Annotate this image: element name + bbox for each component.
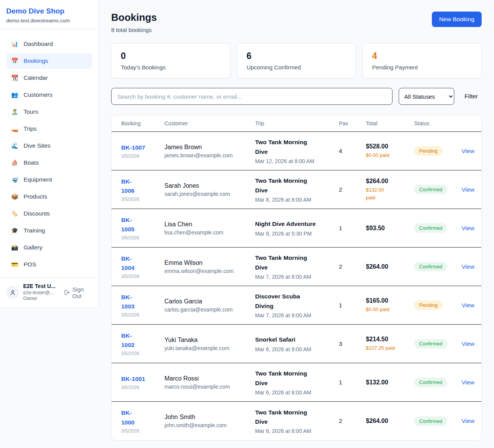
view-link[interactable]: View <box>462 148 474 154</box>
sidebar-item-pos[interactable]: 💳 POS <box>6 257 92 272</box>
sidebar-item-calendar[interactable]: 📆 Calendar <box>6 70 92 86</box>
sidebar-item-boats[interactable]: ⛵ Boats <box>6 155 92 170</box>
sidebar-item-products[interactable]: 📦 Products <box>6 189 92 204</box>
total-cell: $93.50 <box>366 225 414 232</box>
filter-row: All Statuses Filter <box>111 88 482 105</box>
sidebar-item-label: Dashboard <box>24 40 53 47</box>
trip-date: Mar 7, 2026 at 8:00 AM <box>255 274 339 280</box>
trip-cell: Snorkel Safari Mar 6, 2026 at 9:00 AM <box>255 335 339 352</box>
col-customer: Customer <box>164 120 255 126</box>
sign-out-label: Sign Out <box>72 286 92 299</box>
package-icon: 📦 <box>11 193 19 200</box>
calendar-icon: 📅 <box>11 57 19 64</box>
col-total: Total <box>366 120 414 126</box>
pax-value: 1 <box>339 379 366 386</box>
new-booking-button[interactable]: New Booking <box>432 12 482 27</box>
sidebar-item-dashboard[interactable]: 📊 Dashboard <box>6 36 92 52</box>
booking-cell: BK- 1002 3/5/2026 <box>121 331 164 356</box>
person-icon <box>9 289 16 296</box>
sidebar-item-dive-sites[interactable]: 🌊 Dive Sites <box>6 138 92 153</box>
shop-name: Demo Dive Shop <box>6 7 92 15</box>
booking-date: 3/5/2026 <box>121 428 164 434</box>
sidebar-item-label: Calendar <box>24 74 48 81</box>
status-badge: Confirmed <box>414 377 447 387</box>
customer-email: marco.rossi@example.com <box>164 384 255 390</box>
sidebar-item-trips[interactable]: 🚤 Trips <box>6 121 92 136</box>
status-badge: Pending <box>414 146 443 156</box>
total-cell: $264.00 $132.00 paid <box>366 178 414 201</box>
booking-id-link[interactable]: BK- 1006 <box>121 177 164 195</box>
status-select[interactable]: All Statuses <box>399 88 454 105</box>
booking-cell: BK- 1004 3/5/2026 <box>121 254 164 279</box>
sidebar-item-tours[interactable]: 🏝️ Tours <box>6 104 92 120</box>
table-header-row: Booking Customer Trip Pax Total Status <box>112 115 481 132</box>
status-badge: Confirmed <box>414 416 447 426</box>
page-header: Bookings 8 total bookings New Booking <box>111 12 482 33</box>
view-link[interactable]: View <box>462 302 474 308</box>
view-link[interactable]: View <box>462 340 474 347</box>
sidebar-item-discounts[interactable]: 🏷️ Discounts <box>6 206 92 221</box>
trip-cell: Two Tank Morning Dive Mar 8, 2026 at 8:0… <box>255 176 339 202</box>
trip-name: Discover Scuba Diving <box>255 292 339 310</box>
sidebar-item-label: Boats <box>24 159 39 166</box>
view-link[interactable]: View <box>462 225 474 231</box>
booking-id-link[interactable]: BK- 1005 <box>121 216 164 234</box>
sidebar-item-gallery[interactable]: 📸 Gallery <box>6 240 92 255</box>
status-cell: Confirmed <box>414 223 462 233</box>
bar-chart-icon: 📊 <box>11 40 19 47</box>
user-info: E2E Test U... e2e-tester@... Owner <box>23 283 60 302</box>
stat-value: 4 <box>372 51 472 61</box>
table-row: BK- 1003 3/5/2026 Carlos Garcia carlos.g… <box>112 286 481 325</box>
status-cell: Confirmed <box>414 377 462 387</box>
booking-id-link[interactable]: BK- 1003 <box>121 293 164 311</box>
booking-id-link[interactable]: BK- 1000 <box>121 408 164 427</box>
customer-name: Carlos Garcia <box>164 298 255 305</box>
booking-cell: BK- 1005 3/5/2026 <box>121 216 164 241</box>
filter-button[interactable]: Filter <box>465 93 478 100</box>
user-role: Owner <box>23 296 60 302</box>
avatar <box>6 286 19 299</box>
pax-value: 2 <box>339 263 366 270</box>
pax-value: 4 <box>339 148 366 155</box>
customer-cell: Marco Rossi marco.rossi@example.com <box>164 375 255 390</box>
island-icon: 🏝️ <box>11 108 19 115</box>
sidebar-user-section: E2E Test U... e2e-tester@... Owner Sign … <box>0 277 98 307</box>
view-link[interactable]: View <box>462 263 474 270</box>
sidebar-item-equipment[interactable]: 🤿 Equipment <box>6 172 92 187</box>
view-link[interactable]: View <box>462 186 474 193</box>
paid-amount: $107.25 paid <box>366 344 397 352</box>
booking-date: 3/5/2026 <box>121 235 164 241</box>
sidebar-item-training[interactable]: 🎓 Training <box>6 223 92 238</box>
sidebar-item-label: Tours <box>24 108 38 115</box>
sidebar-item-label: Gallery <box>24 244 42 251</box>
page-title: Bookings <box>111 12 157 24</box>
booking-id-link[interactable]: BK-1007 <box>121 143 164 152</box>
stat-card: 0 Today's Bookings <box>111 43 230 78</box>
total-cell: $528.00 $0.00 paid <box>366 143 414 159</box>
stat-card: 6 Upcoming Confirmed <box>237 43 356 78</box>
view-link[interactable]: View <box>462 418 474 424</box>
col-pax: Pax <box>339 120 366 126</box>
trip-name: Snorkel Safari <box>255 335 339 344</box>
trip-name: Two Tank Morning Dive <box>255 138 339 156</box>
sidebar-header: Demo Dive Shop demo.test.divestreams.com <box>0 0 98 29</box>
view-link[interactable]: View <box>462 379 474 386</box>
stats-row: 0 Today's Bookings 6 Upcoming Confirmed … <box>111 43 482 78</box>
customer-email: lisa.chen@example.com <box>164 229 255 236</box>
booking-id-link[interactable]: BK-1001 <box>121 374 164 384</box>
search-input[interactable] <box>111 88 392 105</box>
trip-cell: Two Tank Morning Dive Mar 7, 2026 at 8:0… <box>255 253 339 280</box>
sign-out-button[interactable]: Sign Out <box>64 286 92 299</box>
booking-id-link[interactable]: BK- 1004 <box>121 254 164 273</box>
stat-value: 0 <box>121 51 221 61</box>
booking-cell: BK- 1000 3/5/2026 <box>121 408 164 433</box>
booking-date: 3/5/2026 <box>121 197 164 202</box>
customer-name: James Brown <box>164 144 255 151</box>
stat-label: Today's Bookings <box>121 64 221 71</box>
sidebar-item-customers[interactable]: 👥 Customers <box>6 87 92 103</box>
customer-name: John Smith <box>164 414 255 421</box>
sidebar-item-bookings[interactable]: 📅 Bookings <box>6 53 92 69</box>
booking-id-link[interactable]: BK- 1002 <box>121 331 164 350</box>
status-cell: Confirmed <box>414 339 462 349</box>
credit-card-icon: 💳 <box>11 261 19 268</box>
